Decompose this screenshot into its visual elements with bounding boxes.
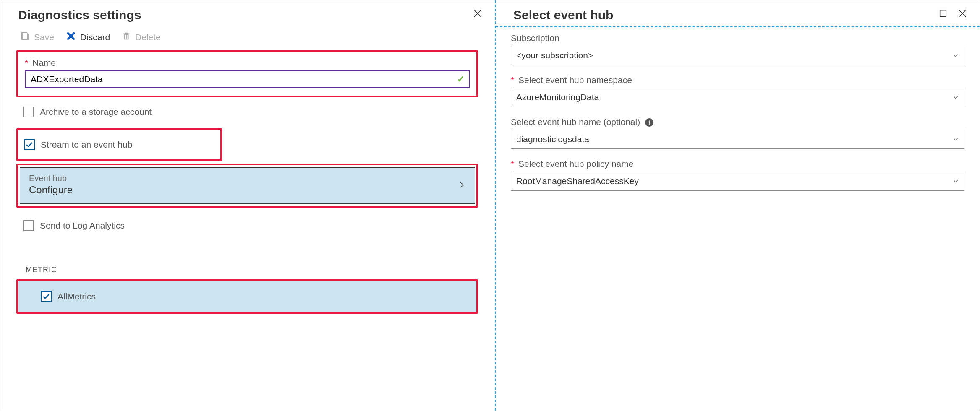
discard-label: Discard (80, 32, 110, 42)
maximize-icon[interactable] (938, 9, 948, 18)
allmetrics-row[interactable]: AllMetrics (41, 291, 468, 302)
right-title: Select event hub (513, 8, 613, 22)
hubname-select[interactable]: diagnosticlogsdata (511, 130, 964, 149)
allmetrics-label: AllMetrics (57, 291, 96, 302)
save-button[interactable]: Save (20, 31, 54, 44)
info-icon[interactable]: i (645, 118, 653, 127)
policy-value: RootManageSharedAccessKey (516, 176, 639, 186)
left-form: * Name ✓ Archive to a storage account (0, 50, 495, 314)
discard-button[interactable]: Discard (66, 31, 110, 43)
allmetrics-highlight: AllMetrics (16, 279, 478, 314)
delete-icon (122, 31, 131, 44)
archive-checkbox-row[interactable]: Archive to a storage account (16, 101, 478, 122)
left-title: Diagnostics settings (18, 8, 141, 22)
namespace-label-text: Select event hub namespace (518, 75, 632, 85)
chevron-right-icon (458, 179, 465, 191)
name-label-row: * Name (25, 58, 470, 68)
discard-icon (66, 31, 76, 43)
allmetrics-checkbox[interactable] (41, 291, 52, 302)
save-icon (20, 31, 30, 44)
chevron-down-icon (951, 92, 960, 102)
name-label: Name (32, 58, 56, 68)
hubname-label-text: Select event hub name (optional) (511, 117, 640, 127)
policy-label: * Select event hub policy name (511, 159, 964, 169)
archive-label: Archive to a storage account (40, 107, 152, 117)
namespace-value: AzureMonitoringData (516, 92, 599, 102)
subscription-label: Subscription (511, 33, 964, 43)
name-input[interactable] (30, 74, 452, 85)
close-icon[interactable] (957, 8, 968, 19)
subscription-label-text: Subscription (511, 33, 559, 43)
right-form: Subscription <your subscription> * Selec… (496, 27, 980, 191)
left-header: Diagnostics settings (0, 0, 495, 26)
namespace-label: * Select event hub namespace (511, 75, 964, 85)
subscription-select[interactable]: <your subscription> (511, 46, 964, 65)
valid-check-icon: ✓ (457, 74, 465, 85)
svg-rect-0 (940, 10, 946, 17)
subscription-value: <your subscription> (516, 50, 593, 60)
policy-label-text: Select event hub policy name (518, 159, 633, 169)
metric-heading: METRIC (26, 265, 478, 274)
delete-label: Delete (135, 32, 161, 42)
configure-section-highlight: Event hub Configure (16, 164, 478, 208)
chevron-down-icon (951, 176, 960, 186)
stream-checkbox[interactable] (24, 139, 35, 150)
namespace-select[interactable]: AzureMonitoringData (511, 88, 964, 107)
required-star: * (25, 58, 28, 68)
save-label: Save (34, 32, 54, 42)
name-input-wrap[interactable]: ✓ (25, 70, 470, 88)
eventhub-small-label: Event hub (29, 174, 73, 183)
chevron-down-icon (951, 50, 960, 60)
select-event-hub-pane: Select event hub Subscription <your subs… (496, 0, 980, 411)
stream-checkbox-row[interactable]: Stream to an event hub (18, 134, 220, 155)
configure-text: Event hub Configure (29, 174, 73, 196)
close-icon[interactable] (472, 8, 483, 19)
send-la-checkbox-row[interactable]: Send to Log Analytics (16, 215, 478, 236)
toolbar: Save Discard Delete (0, 26, 495, 50)
configure-panel[interactable]: Event hub Configure (20, 167, 475, 204)
policy-select[interactable]: RootManageSharedAccessKey (511, 172, 964, 191)
hubname-label: Select event hub name (optional) i (511, 117, 964, 127)
dialog-wrapper: Diagnostics settings Save Discard (0, 0, 980, 411)
required-star: * (511, 75, 514, 85)
name-section-highlight: * Name ✓ (16, 50, 478, 97)
archive-checkbox[interactable] (23, 107, 34, 117)
required-star: * (511, 159, 514, 169)
stream-section-highlight: Stream to an event hub (16, 128, 222, 161)
right-header: Select event hub (496, 0, 980, 26)
send-la-label: Send to Log Analytics (40, 221, 125, 231)
delete-button[interactable]: Delete (122, 31, 161, 44)
diagnostics-settings-pane: Diagnostics settings Save Discard (0, 0, 496, 411)
send-la-checkbox[interactable] (23, 220, 34, 231)
hubname-value: diagnosticlogsdata (516, 134, 589, 144)
chevron-down-icon (951, 134, 960, 144)
stream-label: Stream to an event hub (41, 140, 132, 150)
configure-value: Configure (29, 184, 73, 196)
